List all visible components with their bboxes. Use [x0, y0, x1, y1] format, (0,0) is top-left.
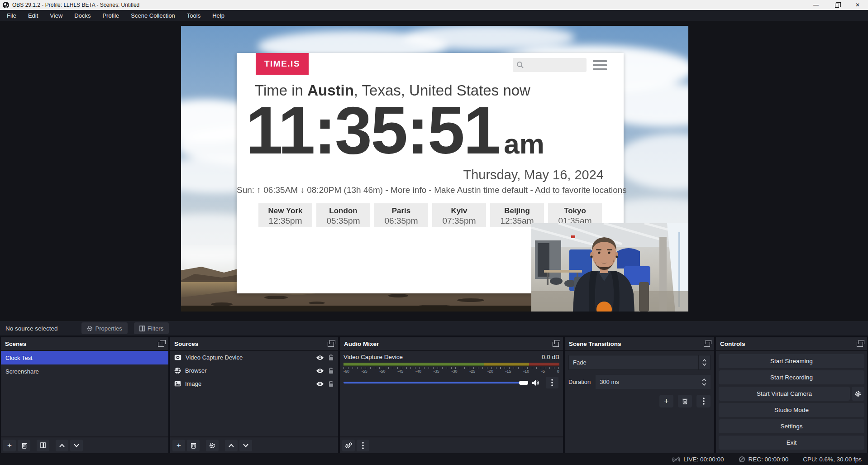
mixer-channel-menu-button[interactable]	[546, 377, 558, 388]
duration-value: 300 ms	[596, 379, 700, 385]
scene-filters-button[interactable]	[37, 440, 49, 451]
studio-mode-button[interactable]: Studio Mode	[719, 403, 864, 417]
gear-icon	[87, 326, 93, 331]
source-item-image[interactable]: Image	[170, 377, 338, 390]
start-recording-button[interactable]: Start Recording	[719, 370, 864, 384]
spin-down-icon[interactable]	[702, 383, 706, 386]
current-date: Thursday, May 16, 2024	[463, 168, 604, 182]
popout-icon[interactable]	[328, 342, 334, 347]
speaker-icon[interactable]	[532, 379, 539, 386]
timeis-search-box	[513, 58, 587, 72]
menu-scene-collection[interactable]: Scene Collection	[125, 10, 181, 21]
mixer-toolbar	[340, 436, 563, 453]
popout-icon[interactable]	[704, 342, 710, 347]
live-time: LIVE: 00:00:00	[683, 456, 724, 463]
duration-label: Duration	[568, 379, 591, 385]
record-inactive-icon	[739, 456, 745, 463]
source-move-down-button[interactable]	[239, 440, 252, 451]
city-box-new-york: New York 12:35pm	[258, 203, 312, 227]
image-icon	[174, 381, 181, 387]
volume-slider-handle[interactable]	[519, 381, 528, 385]
properties-button[interactable]: Properties	[81, 322, 128, 334]
add-scene-button[interactable]: +	[3, 440, 16, 451]
eye-visible-icon[interactable]	[316, 381, 324, 387]
restore-button[interactable]	[826, 0, 847, 10]
spin-up-icon[interactable]	[702, 379, 706, 381]
virtual-camera-config-button[interactable]	[852, 387, 864, 401]
meter-ruler-labels: -60-55 -50-45 -40-35 -30-25 -20-15 -10-5…	[343, 369, 559, 374]
add-favorite-link: Add to favorite locations	[535, 185, 627, 195]
vertical-dots-icon	[703, 398, 705, 405]
mixer-menu-button[interactable]	[357, 440, 369, 451]
search-icon	[516, 61, 524, 69]
popout-icon[interactable]	[158, 342, 164, 347]
menu-tools[interactable]: Tools	[181, 10, 206, 21]
sources-toolbar: +	[170, 436, 338, 453]
transition-select[interactable]: Fade	[568, 355, 711, 370]
menu-file[interactable]: File	[1, 10, 22, 21]
exit-button[interactable]: Exit	[719, 436, 864, 450]
unlock-icon[interactable]	[328, 355, 334, 361]
volume-slider[interactable]	[343, 380, 528, 385]
eye-visible-icon[interactable]	[316, 368, 324, 374]
minimize-button[interactable]: —	[806, 0, 826, 10]
start-streaming-button[interactable]: Start Streaming	[719, 354, 864, 368]
transition-properties-button[interactable]	[696, 395, 711, 407]
start-virtual-camera-button[interactable]: Start Virtual Camera	[719, 387, 850, 401]
chevron-down-icon	[74, 444, 79, 447]
menu-help[interactable]: Help	[206, 10, 230, 21]
mixer-channel-name: Video Capture Device	[343, 354, 403, 360]
scene-item-clock-test[interactable]: Clock Test	[1, 351, 168, 364]
timeis-logo: TIME.IS	[256, 53, 309, 75]
scene-move-up-button[interactable]	[56, 440, 68, 451]
popout-icon[interactable]	[857, 342, 863, 347]
no-source-label: No source selected	[5, 325, 58, 332]
scene-move-down-button[interactable]	[70, 440, 83, 451]
rec-time: REC: 00:00:00	[749, 456, 789, 463]
chevron-down-icon	[702, 363, 706, 366]
add-transition-button[interactable]: +	[659, 395, 673, 407]
status-bar: LIVE: 00:00:00 REC: 00:00:00 CPU: 0.6%, …	[0, 453, 868, 465]
source-item-browser[interactable]: Browser	[170, 364, 338, 377]
chevron-up-icon	[702, 359, 706, 362]
settings-button[interactable]: Settings	[719, 419, 864, 433]
chevron-up-icon	[229, 444, 234, 447]
clock-time: 11:35:51	[246, 93, 499, 168]
advanced-audio-button[interactable]	[342, 440, 355, 451]
sources-title: Sources	[174, 340, 198, 347]
chevron-down-icon	[243, 444, 248, 447]
double-gear-icon	[345, 442, 352, 449]
remove-source-button[interactable]	[187, 440, 200, 451]
menu-bar: File Edit View Docks Profile Scene Colle…	[0, 10, 868, 21]
remove-transition-button[interactable]	[678, 395, 692, 407]
scene-preview[interactable]: TIME.IS Time in Austin, Texas, United St…	[181, 26, 688, 312]
scenes-list: Clock Test Screenshare	[1, 351, 168, 436]
window-title: OBS 29.1.2 - Profile: LLHLS BETA - Scene…	[12, 2, 139, 8]
source-item-video-capture[interactable]: Video Capture Device	[170, 351, 338, 364]
unlock-icon[interactable]	[328, 368, 334, 374]
globe-icon	[174, 367, 181, 374]
menu-view[interactable]: View	[44, 10, 68, 21]
filters-button[interactable]: Filters	[134, 322, 169, 334]
eye-visible-icon[interactable]	[316, 355, 324, 360]
chevron-up-icon	[59, 444, 65, 447]
source-properties-button[interactable]	[206, 440, 219, 451]
unlock-icon[interactable]	[328, 381, 334, 387]
source-move-up-button[interactable]	[225, 440, 238, 451]
scene-item-screenshare[interactable]: Screenshare	[1, 364, 168, 378]
add-source-button[interactable]: +	[172, 440, 185, 451]
vertical-dots-icon	[551, 379, 553, 386]
webcam-video-overlay	[531, 223, 688, 312]
menu-docks[interactable]: Docks	[68, 10, 96, 21]
context-bar: No source selected Properties Filters	[0, 321, 868, 336]
controls-dock: Controls Start Streaming Start Recording…	[716, 337, 867, 453]
duration-spinbox[interactable]: 300 ms	[596, 375, 711, 389]
menu-edit[interactable]: Edit	[22, 10, 44, 21]
obs-logo-icon	[3, 2, 9, 8]
close-button[interactable]: ✕	[847, 0, 868, 10]
city-box-paris: Paris 06:35pm	[374, 203, 428, 227]
menu-profile[interactable]: Profile	[96, 10, 125, 21]
popout-icon[interactable]	[553, 342, 559, 347]
remove-scene-button[interactable]	[18, 440, 30, 451]
combo-spinner[interactable]	[698, 355, 710, 369]
